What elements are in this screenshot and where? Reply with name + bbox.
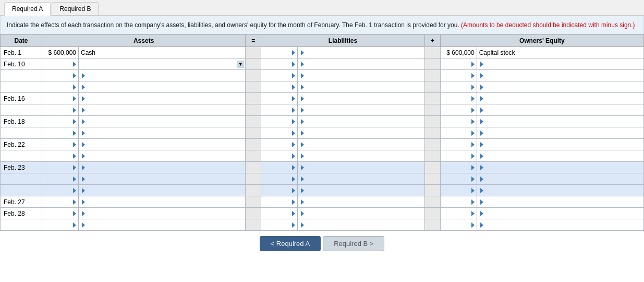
liability-label-cell[interactable] [298,127,424,139]
liability-amount-cell[interactable] [261,173,298,185]
liability-label-cell[interactable] [298,185,424,196]
equity-label-cell[interactable] [477,185,643,196]
asset-label-cell[interactable] [79,173,246,185]
asset-label-cell[interactable] [79,139,246,150]
equity-amount-cell[interactable] [440,185,477,196]
liability-label-cell[interactable] [298,104,424,116]
liability-amount-cell[interactable] [261,196,298,208]
liability-label-cell[interactable] [298,47,424,58]
asset-label-cell[interactable] [79,196,246,208]
liability-label-cell[interactable] [298,58,424,70]
equity-amount-cell[interactable] [440,150,477,162]
asset-amount-cell[interactable] [42,185,79,196]
equity-label-cell[interactable] [477,70,643,81]
equity-amount-cell[interactable]: $ 600,000 [440,47,477,58]
liability-amount-cell[interactable] [261,127,298,139]
asset-amount-cell[interactable] [42,208,79,219]
equity-amount-cell[interactable] [440,70,477,81]
equity-amount-cell[interactable] [440,196,477,208]
next-button[interactable]: Required B > [323,236,384,251]
equity-amount-cell[interactable] [440,162,477,173]
equity-label-cell[interactable] [477,139,643,150]
equity-amount-cell[interactable] [440,93,477,104]
liability-amount-cell[interactable] [261,58,298,70]
asset-label-cell[interactable] [79,70,246,81]
asset-label-cell[interactable]: ▼ [79,58,246,70]
liability-label-cell[interactable] [298,116,424,127]
equity-label-cell[interactable] [477,116,643,127]
asset-amount-cell[interactable] [42,162,79,173]
asset-amount-cell[interactable] [42,58,79,70]
asset-amount-cell[interactable]: $ 600,000 [42,47,79,58]
equity-amount-cell[interactable] [440,116,477,127]
equity-amount-cell[interactable] [440,208,477,219]
equity-amount-cell[interactable] [440,127,477,139]
asset-label-cell[interactable] [79,93,246,104]
equity-label-cell[interactable] [477,173,643,185]
equity-label-cell[interactable]: Capital stock [477,47,643,58]
equity-amount-cell[interactable] [440,139,477,150]
liability-label-cell[interactable] [298,93,424,104]
asset-amount-cell[interactable] [42,150,79,162]
liability-amount-cell[interactable] [261,81,298,93]
liability-label-cell[interactable] [298,70,424,81]
asset-amount-cell[interactable] [42,81,79,93]
equity-label-cell[interactable] [477,162,643,173]
equity-label-cell[interactable] [477,150,643,162]
asset-label-cell[interactable] [79,81,246,93]
asset-amount-cell[interactable] [42,93,79,104]
liability-amount-cell[interactable] [261,47,298,58]
liability-amount-cell[interactable] [261,185,298,196]
equity-amount-cell[interactable] [440,104,477,116]
asset-label-cell[interactable] [79,150,246,162]
equity-amount-cell[interactable] [440,81,477,93]
liability-label-cell[interactable] [298,150,424,162]
asset-amount-cell[interactable] [42,173,79,185]
liability-amount-cell[interactable] [261,139,298,150]
asset-label-cell[interactable]: Cash [79,47,246,58]
equity-amount-cell[interactable] [440,219,477,231]
liability-amount-cell[interactable] [261,93,298,104]
liability-label-cell[interactable] [298,139,424,150]
liability-label-cell[interactable] [298,196,424,208]
asset-amount-cell[interactable] [42,127,79,139]
liability-amount-cell[interactable] [261,219,298,231]
equity-amount-cell[interactable] [440,58,477,70]
asset-amount-cell[interactable] [42,104,79,116]
equity-label-cell[interactable] [477,81,643,93]
asset-amount-cell[interactable] [42,70,79,81]
equity-label-cell[interactable] [477,93,643,104]
prev-button[interactable]: < Required A [260,236,321,251]
liability-amount-cell[interactable] [261,70,298,81]
liability-label-cell[interactable] [298,219,424,231]
tab-required-b[interactable]: Required B [52,2,99,15]
liability-label-cell[interactable] [298,81,424,93]
asset-label-cell[interactable] [79,185,246,196]
asset-amount-cell[interactable] [42,196,79,208]
liability-amount-cell[interactable] [261,208,298,219]
liability-label-cell[interactable] [298,162,424,173]
asset-label-cell[interactable] [79,104,246,116]
equity-label-cell[interactable] [477,58,643,70]
liability-amount-cell[interactable] [261,104,298,116]
equity-label-cell[interactable] [477,219,643,231]
equity-label-cell[interactable] [477,196,643,208]
asset-amount-cell[interactable] [42,116,79,127]
liability-label-cell[interactable] [298,173,424,185]
liability-amount-cell[interactable] [261,116,298,127]
liability-amount-cell[interactable] [261,162,298,173]
equity-label-cell[interactable] [477,208,643,219]
equity-amount-cell[interactable] [440,173,477,185]
dropdown-arrow[interactable]: ▼ [237,61,244,68]
asset-label-cell[interactable] [79,127,246,139]
asset-amount-cell[interactable] [42,139,79,150]
asset-label-cell[interactable] [79,162,246,173]
asset-amount-cell[interactable] [42,219,79,231]
asset-label-cell[interactable] [79,116,246,127]
asset-label-cell[interactable] [79,219,246,231]
equity-label-cell[interactable] [477,104,643,116]
liability-label-cell[interactable] [298,208,424,219]
asset-label-cell[interactable] [79,208,246,219]
equity-label-cell[interactable] [477,127,643,139]
tab-required-a[interactable]: Required A [4,2,51,16]
